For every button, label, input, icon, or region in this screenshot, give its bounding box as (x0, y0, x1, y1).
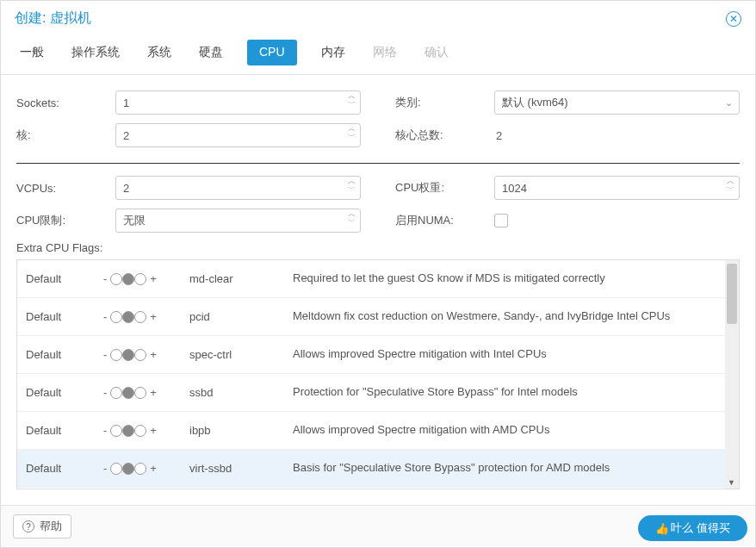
flag-description: Basis for "Speculative Store Bypass" pro… (293, 460, 716, 476)
tab-0[interactable]: 一般 (16, 40, 47, 65)
watermark-pill: 👍 叶么 值得买 (638, 515, 747, 541)
tab-1[interactable]: 操作系统 (68, 40, 123, 65)
cpu-weight-input[interactable] (494, 176, 740, 200)
total-cores-label: 核心总数: (395, 128, 494, 143)
flag-name: ssbd (189, 386, 293, 399)
flag-description: Allows improved Spectre mitigation with … (293, 422, 716, 438)
dialog-header: 创建: 虚拟机 ✕ (1, 1, 755, 33)
cpu-limit-label: CPU限制: (16, 213, 115, 228)
flag-name: spec-ctrl (189, 348, 293, 361)
flag-tristate-toggle[interactable]: -+ (103, 462, 189, 475)
flag-tristate-toggle[interactable]: -+ (103, 272, 189, 285)
cores-label: 核: (16, 128, 115, 143)
vcpus-input[interactable] (115, 176, 361, 200)
flag-state: Default (26, 272, 103, 285)
flag-row[interactable]: Default-+ibpbAllows improved Spectre mit… (17, 412, 725, 450)
close-icon[interactable]: ✕ (726, 11, 741, 27)
flag-row[interactable]: Default-+ssbdProtection for "Speculative… (17, 374, 725, 412)
flag-tristate-toggle[interactable]: -+ (103, 310, 189, 323)
flags-table: Default-+md-clearRequired to let the gue… (16, 259, 740, 489)
cpu-limit-input[interactable] (115, 209, 361, 233)
dialog-body: Sockets: ︿﹀ 类别: ⌄ 核: ︿﹀ (1, 75, 755, 505)
cpu-weight-label: CPU权重: (395, 180, 494, 196)
sockets-input[interactable] (115, 90, 361, 115)
flag-name: ibpb (189, 424, 293, 437)
flag-description: Required to let the guest OS know if MDS… (293, 271, 716, 286)
flag-state: Default (26, 310, 103, 323)
total-cores-value: 2 (494, 129, 502, 142)
extra-flags-label: Extra CPU Flags: (16, 241, 740, 254)
flag-state: Default (26, 462, 103, 475)
flag-row[interactable]: Default-+pcidMeltdown fix cost reduction… (17, 298, 725, 336)
flag-name: virt-ssbd (189, 462, 293, 475)
tab-3[interactable]: 硬盘 (195, 40, 226, 65)
flag-description: Allows improved Spectre mitigation with … (293, 346, 716, 362)
flag-state: Default (26, 386, 103, 399)
dialog-footer: ? 帮助 高级 👍 叶么 值得买 (1, 505, 755, 547)
flag-description: Protection for "Speculative Store Bypass… (293, 384, 716, 400)
flag-description: Meltdown fix cost reduction on Westmere,… (293, 308, 716, 324)
flag-row[interactable]: Default-+md-clearRequired to let the gue… (17, 260, 725, 298)
cpu-type-select[interactable] (494, 90, 740, 115)
scrollbar[interactable]: ▼ (725, 260, 739, 489)
vcpus-label: VCPUs: (16, 182, 115, 195)
flag-tristate-toggle[interactable]: -+ (103, 348, 189, 361)
type-label: 类别: (395, 95, 494, 110)
thumb-icon: 👍 (655, 522, 669, 535)
help-label: 帮助 (40, 519, 62, 534)
flag-row[interactable]: Default-+spec-ctrlAllows improved Spectr… (17, 336, 725, 374)
tab-4[interactable]: CPU (247, 40, 297, 65)
numa-label: 启用NUMA: (395, 213, 494, 228)
divider (16, 163, 740, 164)
sockets-label: Sockets: (16, 97, 115, 109)
create-vm-dialog: 创建: 虚拟机 ✕ 一般操作系统系统硬盘CPU内存网络确认 Sockets: ︿… (0, 0, 756, 548)
dialog-title: 创建: 虚拟机 (15, 9, 91, 28)
flag-tristate-toggle[interactable]: -+ (103, 424, 189, 437)
tab-6: 网络 (369, 40, 400, 65)
scrollbar-thumb[interactable] (727, 264, 737, 324)
tab-2[interactable]: 系统 (144, 40, 175, 65)
flag-name: pcid (189, 310, 293, 323)
flag-state: Default (26, 424, 103, 437)
wizard-tabs: 一般操作系统系统硬盘CPU内存网络确认 (1, 33, 755, 75)
flag-tristate-toggle[interactable]: -+ (103, 386, 189, 399)
tab-5[interactable]: 内存 (318, 40, 349, 65)
cores-input[interactable] (115, 123, 361, 147)
scroll-down-icon[interactable]: ▼ (728, 478, 735, 487)
tab-7: 确认 (421, 40, 452, 65)
help-button[interactable]: ? 帮助 (13, 514, 71, 539)
flag-row[interactable]: Default-+virt-ssbdBasis for "Speculative… (17, 450, 725, 488)
flag-state: Default (26, 348, 103, 361)
numa-checkbox[interactable] (494, 214, 508, 227)
flag-name: md-clear (189, 272, 293, 285)
flags-rows: Default-+md-clearRequired to let the gue… (17, 260, 725, 489)
help-icon: ? (22, 520, 34, 532)
